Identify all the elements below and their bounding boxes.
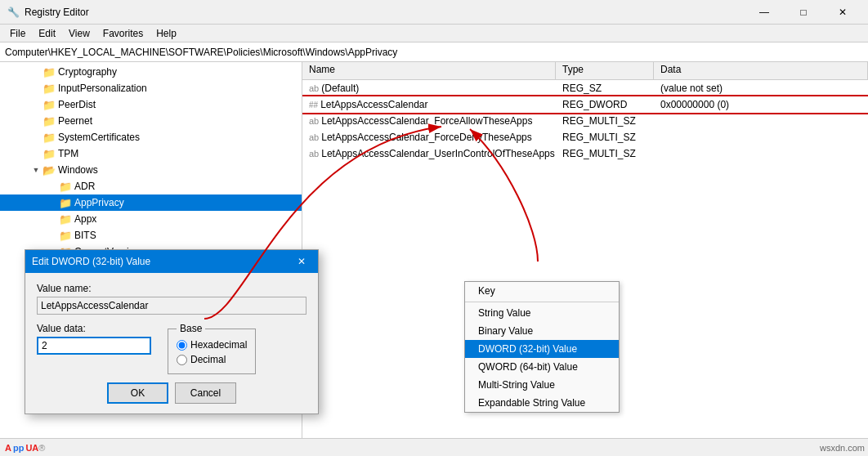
cancel-button[interactable]: Cancel	[175, 382, 236, 404]
folder-icon: 📁	[59, 196, 72, 209]
window-title: Registry Editor	[25, 7, 745, 18]
logo-reg: ®	[38, 443, 45, 453]
tree-item-peerdist[interactable]: 📁 PeerDist	[0, 96, 302, 113]
tree-label: BITS	[74, 230, 96, 241]
column-headers: Name Type Data	[302, 62, 868, 80]
reg-icon: ab	[309, 132, 319, 142]
radio-dec-label: Decimal	[190, 354, 226, 365]
folder-icon-open: 📂	[43, 163, 56, 177]
cell-data	[654, 136, 868, 138]
tree-item-inputpersonalization[interactable]: 📁 InputPersonalization	[0, 80, 302, 96]
radio-hex[interactable]: Hexadecimal	[177, 339, 247, 351]
cell-data	[654, 153, 868, 154]
tree-label: TPM	[58, 148, 78, 159]
logo-text-2: pp	[13, 443, 24, 453]
maximize-button[interactable]: □	[785, 0, 822, 25]
registry-row-userincontrol[interactable]: ab LetAppsAccessCalendar_UserInControlOf…	[302, 145, 868, 162]
tree-item-windows[interactable]: ▼ 📂 Windows	[0, 162, 302, 178]
dialog-title: Edit DWORD (32-bit) Value	[32, 256, 292, 267]
context-menu-item-multistring[interactable]: Multi-String Value	[465, 376, 619, 394]
dialog-buttons: OK Cancel	[37, 382, 306, 404]
context-menu-item-expandable[interactable]: Expandable String Value	[465, 394, 619, 412]
close-button[interactable]: ✕	[824, 0, 861, 25]
value-data-label: Value data:	[37, 323, 151, 334]
title-bar: 🔧 Registry Editor — □ ✕	[0, 0, 868, 25]
radio-hex-input[interactable]	[177, 340, 187, 351]
base-legend: Base	[177, 323, 205, 334]
app-icon: 🔧	[7, 6, 20, 19]
cell-type: REG_SZ	[556, 82, 654, 95]
expand-icon	[46, 180, 59, 193]
tree-label: Peernet	[58, 115, 92, 127]
registry-row-letapps[interactable]: ## LetAppsAccessCalendar REG_DWORD 0x000…	[302, 96, 868, 113]
radio-hex-label: Hexadecimal	[190, 339, 247, 351]
tree-item-adr[interactable]: 📁 ADR	[0, 178, 302, 194]
dialog-close-button[interactable]: ✕	[292, 252, 311, 271]
tree-item-bits[interactable]: 📁 BITS	[0, 227, 302, 244]
menu-help[interactable]: Help	[150, 26, 183, 41]
context-menu-item-dword[interactable]: DWORD (32-bit) Value	[465, 340, 619, 358]
base-group: Base Hexadecimal Decimal	[168, 323, 256, 374]
value-data-input[interactable]	[37, 337, 151, 355]
expand-icon	[29, 147, 43, 160]
cell-type: REG_MULTI_SZ	[556, 114, 654, 127]
context-menu-item-qword[interactable]: QWORD (64-bit) Value	[465, 358, 619, 376]
expand-icon	[29, 98, 43, 111]
folder-icon: 📁	[43, 131, 56, 144]
menu-edit[interactable]: Edit	[32, 26, 62, 41]
cell-type: REG_MULTI_SZ	[556, 131, 654, 144]
context-menu-separator	[465, 302, 619, 302]
registry-row-forcedeny[interactable]: ab LetAppsAccessCalendar_ForceDenyTheseA…	[302, 129, 868, 145]
logo-text-3: UA	[25, 443, 38, 453]
address-bar: Computer\HKEY_LOCAL_MACHINE\SOFTWARE\Pol…	[0, 42, 868, 62]
context-menu-item-key[interactable]: Key	[465, 282, 619, 300]
right-panel: Name Type Data ab (Default) REG_SZ (valu…	[302, 62, 868, 456]
cell-name: ab (Default)	[302, 82, 556, 95]
value-name-input[interactable]	[37, 297, 306, 315]
radio-dec[interactable]: Decimal	[177, 354, 247, 365]
value-name-field: Value name:	[37, 283, 306, 315]
menu-file[interactable]: File	[3, 26, 32, 41]
folder-icon: 📁	[59, 212, 72, 226]
col-type: Type	[556, 62, 654, 79]
context-menu-item-string[interactable]: String Value	[465, 304, 619, 322]
minimize-button[interactable]: —	[745, 0, 783, 25]
edit-dword-dialog: Edit DWORD (32-bit) Value ✕ Value name: …	[25, 249, 319, 414]
expand-icon	[29, 65, 43, 78]
ok-button[interactable]: OK	[107, 382, 168, 404]
tree-label: Appx	[74, 213, 96, 225]
folder-icon: 📁	[43, 98, 56, 111]
cell-data: 0x00000000 (0)	[654, 98, 868, 111]
reg-icon: ab	[309, 83, 319, 93]
window-controls: — □ ✕	[745, 0, 861, 25]
tree-item-appx[interactable]: 📁 Appx	[0, 211, 302, 227]
registry-row-default[interactable]: ab (Default) REG_SZ (value not set)	[302, 80, 868, 96]
menu-view[interactable]: View	[62, 26, 96, 41]
registry-row-forceallow[interactable]: ab LetAppsAccessCalendar_ForceAllowThese…	[302, 113, 868, 129]
tree-label: InputPersonalization	[58, 83, 147, 94]
folder-icon: 📁	[43, 114, 56, 127]
radio-dec-input[interactable]	[177, 355, 187, 365]
tree-label: AppPrivacy	[74, 197, 124, 208]
context-menu-item-binary[interactable]: Binary Value	[465, 322, 619, 340]
tree-item-appprivacy[interactable]: 📁 AppPrivacy	[0, 194, 302, 211]
expand-icon	[46, 212, 59, 226]
expand-icon: ▼	[29, 163, 43, 177]
tree-item-peernet[interactable]: 📁 Peernet	[0, 113, 302, 129]
menu-favorites[interactable]: Favorites	[96, 26, 150, 41]
reg-icon: ab	[309, 116, 319, 126]
address-path: Computer\HKEY_LOCAL_MACHINE\SOFTWARE\Pol…	[5, 47, 397, 58]
expand-icon	[46, 229, 59, 242]
expand-icon	[29, 114, 43, 127]
status-bar: A pp UA ®	[0, 438, 868, 456]
tree-item-cryptography[interactable]: 📁 Cryptography	[0, 64, 302, 80]
cell-name: ab LetAppsAccessCalendar_UserInControlOf…	[302, 147, 556, 160]
cell-name: ## LetAppsAccessCalendar	[302, 98, 556, 111]
cell-type: REG_MULTI_SZ	[556, 147, 654, 160]
value-data-field: Value data:	[37, 323, 151, 355]
tree-item-systemcertificates[interactable]: 📁 SystemCertificates	[0, 129, 302, 145]
cell-name: ab LetAppsAccessCalendar_ForceDenyTheseA…	[302, 131, 556, 144]
tree-item-tpm[interactable]: 📁 TPM	[0, 145, 302, 162]
folder-icon: 📁	[43, 65, 56, 78]
cell-data: (value not set)	[654, 82, 868, 95]
